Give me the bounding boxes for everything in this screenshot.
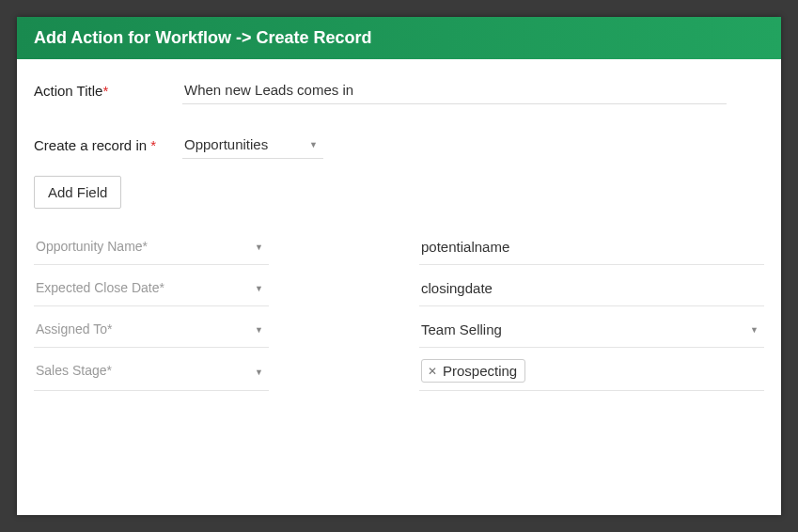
chevron-down-icon: ▼ bbox=[255, 325, 263, 335]
chevron-down-icon: ▼ bbox=[255, 368, 263, 377]
create-record-in-select[interactable]: Opportunities ▼ bbox=[182, 131, 323, 159]
create-record-in-row: Create a record in * Opportunities ▼ bbox=[34, 131, 764, 159]
field-name-value: Opportunity Name* bbox=[36, 239, 148, 254]
create-record-in-label-text: Create a record in bbox=[34, 137, 150, 153]
remove-tag-icon[interactable]: ✕ bbox=[428, 366, 437, 377]
create-record-in-value: Opportunities bbox=[184, 136, 268, 152]
create-record-in-label: Create a record in * bbox=[34, 137, 182, 153]
workflow-action-panel: Add Action for Workflow -> Create Record… bbox=[17, 17, 781, 515]
field-mapping-grid: Opportunity Name* ▼ potentialname Expect… bbox=[34, 229, 764, 391]
field-name-select[interactable]: Opportunity Name* ▼ bbox=[34, 229, 269, 265]
tag-prospecting: ✕ Prospecting bbox=[421, 359, 525, 383]
add-field-button[interactable]: Add Field bbox=[34, 176, 121, 209]
field-value-input[interactable]: potentialname bbox=[419, 229, 764, 265]
required-asterisk: * bbox=[102, 83, 108, 99]
panel-body: Action Title* Create a record in * Oppor… bbox=[17, 59, 781, 515]
chevron-down-icon: ▼ bbox=[255, 284, 263, 293]
field-value-input[interactable]: closingdate bbox=[419, 271, 764, 306]
action-title-label-text: Action Title bbox=[34, 83, 102, 99]
field-value-select[interactable]: Team Selling ▼ bbox=[419, 312, 764, 348]
chevron-down-icon: ▼ bbox=[255, 243, 263, 252]
field-name-value: Sales Stage* bbox=[36, 363, 112, 378]
field-name-value: Expected Close Date* bbox=[36, 280, 164, 295]
action-title-label: Action Title* bbox=[34, 83, 182, 99]
field-name-select[interactable]: Expected Close Date* ▼ bbox=[34, 271, 269, 306]
panel-title: Add Action for Workflow -> Create Record bbox=[17, 17, 781, 59]
tag-label: Prospecting bbox=[443, 363, 517, 379]
field-name-value: Assigned To* bbox=[36, 321, 112, 336]
field-value-tags[interactable]: ✕ Prospecting bbox=[419, 353, 764, 391]
field-name-select[interactable]: Assigned To* ▼ bbox=[34, 312, 269, 348]
required-asterisk: * bbox=[150, 137, 156, 153]
chevron-down-icon: ▼ bbox=[750, 325, 759, 335]
chevron-down-icon: ▼ bbox=[309, 140, 318, 149]
field-name-select[interactable]: Sales Stage* ▼ bbox=[34, 353, 269, 391]
field-value-select-value: Team Selling bbox=[421, 321, 502, 337]
action-title-row: Action Title* bbox=[34, 76, 764, 104]
action-title-input[interactable] bbox=[182, 76, 727, 104]
